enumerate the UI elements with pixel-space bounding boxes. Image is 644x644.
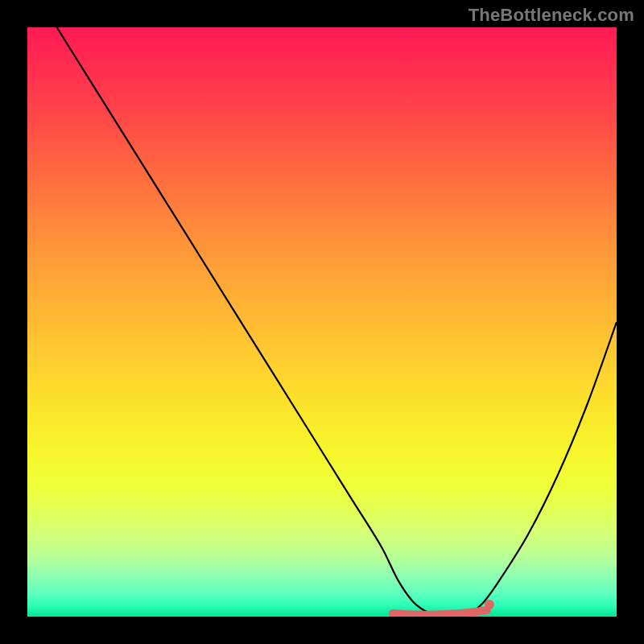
curve-layer <box>27 27 617 617</box>
flat-region-marker <box>393 600 494 615</box>
flat-region-end-dot <box>485 600 494 609</box>
watermark-text: TheBottleneck.com <box>469 5 634 26</box>
curve-path <box>57 27 617 617</box>
bottleneck-curve <box>57 27 617 617</box>
flat-region-path <box>393 610 487 615</box>
chart-frame: TheBottleneck.com <box>0 0 644 644</box>
plot-area <box>27 27 617 617</box>
